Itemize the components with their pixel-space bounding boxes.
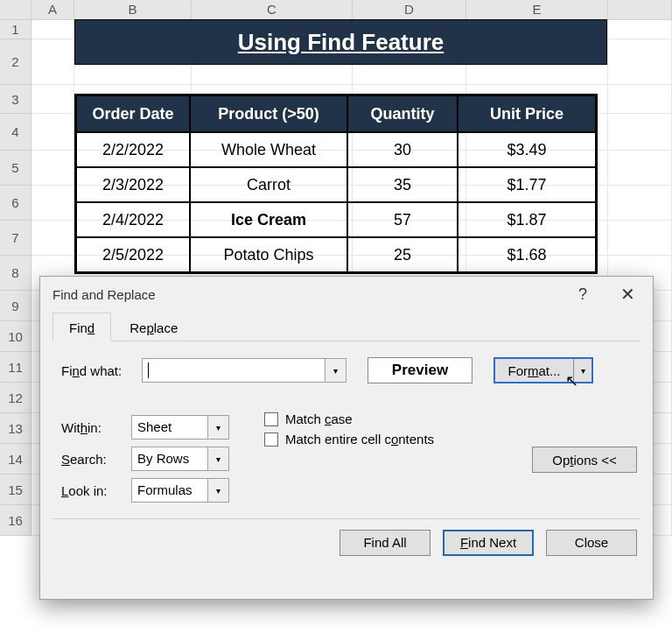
chevron-down-icon: ▾: [207, 416, 228, 439]
close-icon[interactable]: ✕: [612, 280, 644, 308]
row-header[interactable]: 1: [0, 20, 32, 39]
format-button[interactable]: Format...↖ ▾: [494, 357, 593, 383]
cell-price[interactable]: $1.68: [458, 237, 596, 272]
table-row: 2/5/2022 Potato Chips 25 $1.68: [76, 237, 596, 272]
cell-qty[interactable]: 30: [347, 132, 458, 167]
blank-corner: [0, 0, 32, 19]
cell-price[interactable]: $1.87: [458, 202, 596, 237]
column-headers: A B C D E: [0, 0, 672, 20]
lookin-select[interactable]: Formulas▾: [131, 478, 229, 503]
tabbar: Find Replace: [52, 312, 640, 341]
cell-product[interactable]: Potato Chips: [190, 237, 347, 272]
lookin-label: Look in:: [61, 483, 131, 498]
row-header[interactable]: 6: [0, 186, 32, 221]
cell-price[interactable]: $1.77: [458, 167, 596, 202]
page-title: Using Find Feature: [74, 19, 607, 65]
row-header[interactable]: 16: [0, 505, 32, 536]
row-header[interactable]: 4: [0, 114, 32, 151]
chevron-down-icon: ▾: [207, 479, 228, 502]
col-quantity[interactable]: Quantity: [347, 95, 458, 132]
col-product[interactable]: Product (>50): [190, 95, 347, 132]
preview-button[interactable]: Preview: [368, 357, 472, 383]
row-header[interactable]: 11: [0, 352, 32, 383]
within-label: Within:: [61, 420, 131, 435]
row-header[interactable]: 9: [0, 291, 32, 321]
find-all-button[interactable]: Find All: [340, 530, 430, 556]
within-select[interactable]: Sheet▾: [131, 415, 229, 440]
data-table: Order Date Product (>50) Quantity Unit P…: [74, 94, 598, 274]
row-header[interactable]: 12: [0, 383, 32, 413]
options-button[interactable]: Options <<: [532, 447, 637, 473]
cell-date[interactable]: 2/2/2022: [76, 132, 190, 167]
table-row: 2/3/2022 Carrot 35 $1.77: [76, 167, 596, 202]
row-header[interactable]: 14: [0, 444, 32, 475]
col-header-a[interactable]: A: [32, 0, 74, 19]
cell-date[interactable]: 2/5/2022: [76, 237, 190, 272]
col-header-blank: [608, 0, 672, 19]
find-what-history-dropdown[interactable]: ▾: [326, 358, 346, 383]
find-replace-dialog: Find and Replace ? ✕ Find Replace Find w…: [39, 276, 654, 600]
find-what-label: Find what:: [61, 363, 142, 378]
find-next-button[interactable]: Find Next: [443, 530, 534, 556]
dialog-title-text: Find and Replace: [52, 287, 578, 302]
row-header[interactable]: 10: [0, 321, 32, 352]
row-header[interactable]: 5: [0, 151, 32, 186]
match-case-checkbox[interactable]: Match case: [264, 411, 434, 426]
col-header-b[interactable]: B: [74, 0, 192, 19]
table-row: 2/4/2022 Ice Cream 57 $1.87: [76, 202, 596, 237]
chevron-down-icon: ▾: [207, 447, 228, 470]
tab-replace[interactable]: Replace: [113, 313, 194, 341]
cell-product[interactable]: Ice Cream: [190, 202, 347, 237]
search-select[interactable]: By Rows▾: [131, 447, 229, 471]
col-unit-price[interactable]: Unit Price: [458, 95, 596, 132]
find-what-input[interactable]: [142, 358, 326, 383]
row-header[interactable]: 2: [0, 39, 32, 85]
close-button[interactable]: Close: [546, 530, 637, 556]
row-header[interactable]: 3: [0, 85, 32, 114]
cell-qty[interactable]: 25: [347, 237, 458, 272]
tab-find[interactable]: Find: [52, 313, 111, 341]
row-header[interactable]: 8: [0, 256, 32, 291]
help-icon[interactable]: ?: [578, 285, 587, 304]
col-header-c[interactable]: C: [192, 0, 353, 19]
search-label: Search:: [61, 452, 131, 467]
cell-product[interactable]: Carrot: [190, 167, 347, 202]
row-header[interactable]: 15: [0, 475, 32, 505]
row-header[interactable]: 7: [0, 221, 32, 256]
cell-price[interactable]: $3.49: [458, 132, 596, 167]
cell-date[interactable]: 2/4/2022: [76, 202, 190, 237]
cell-qty[interactable]: 57: [347, 202, 458, 237]
col-header-d[interactable]: D: [353, 0, 466, 19]
row-header[interactable]: 13: [0, 413, 32, 444]
cell-date[interactable]: 2/3/2022: [76, 167, 190, 202]
table-row: 2/2/2022 Whole Wheat 30 $3.49: [76, 132, 596, 167]
dialog-titlebar[interactable]: Find and Replace ? ✕: [40, 277, 653, 312]
cell-qty[interactable]: 35: [347, 167, 458, 202]
match-entire-checkbox[interactable]: Match entire cell contents: [264, 432, 434, 447]
cell-product[interactable]: Whole Wheat: [190, 132, 347, 167]
col-order-date[interactable]: Order Date: [76, 95, 190, 132]
cursor-icon: ↖: [565, 371, 578, 390]
col-header-e[interactable]: E: [466, 0, 608, 19]
